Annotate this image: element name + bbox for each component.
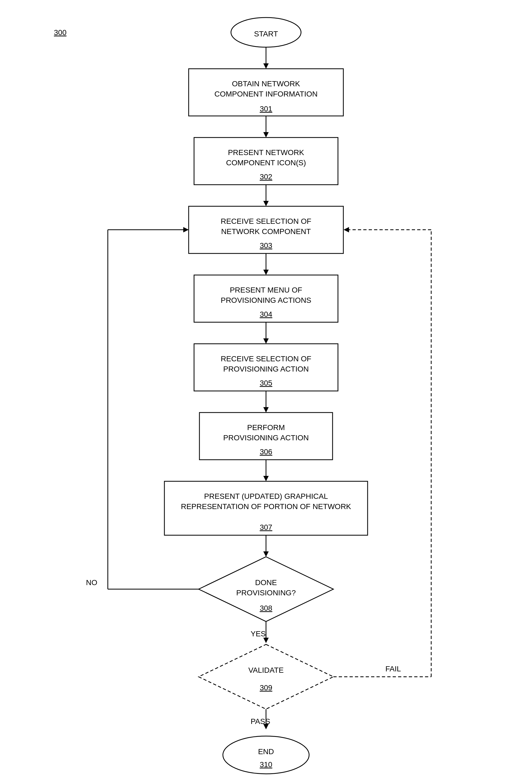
node-304-line1: PRESENT MENU OF: [230, 286, 302, 294]
node-302-line1: PRESENT NETWORK: [228, 148, 304, 157]
arrowhead-305-306: [263, 407, 269, 412]
label-no: NO: [86, 578, 97, 587]
node-303-line1: RECEIVE SELECTION OF: [221, 217, 311, 225]
node-302-line2: COMPONENT ICON(S): [226, 159, 306, 167]
arrowhead-301-302: [263, 132, 269, 137]
arrowhead-start-301: [263, 63, 269, 69]
arrowhead-302-303: [263, 201, 269, 206]
flowchart-diagram: 300 START OBTAIN NETWORK COMPONENT INFOR…: [0, 0, 532, 783]
arrowhead-306-307: [263, 476, 269, 481]
node-301-line2: COMPONENT INFORMATION: [214, 90, 318, 98]
node-302-ref: 302: [260, 173, 272, 181]
arrowhead-309-fail: [344, 227, 349, 232]
diagram-number: 300: [54, 28, 67, 37]
label-fail: FAIL: [386, 665, 401, 673]
node-306-line2: PROVISIONING ACTION: [223, 434, 308, 442]
node-303-line2: NETWORK COMPONENT: [221, 227, 311, 236]
node-307-line2: REPRESENTATION OF PORTION OF NETWORK: [181, 502, 351, 511]
node-308-ref: 308: [260, 604, 272, 612]
node-309-ref: 309: [260, 684, 272, 692]
node-308-line2: PROVISIONING?: [236, 589, 296, 597]
label-yes: YES: [251, 630, 266, 638]
arrowhead-308-yes: [263, 638, 269, 643]
node-306-ref: 306: [260, 447, 272, 456]
label-pass: PASS: [251, 717, 270, 726]
node-303-ref: 303: [260, 241, 272, 250]
node-305-line2: PROVISIONING ACTION: [223, 365, 308, 373]
node-301-line1: OBTAIN NETWORK: [232, 80, 300, 88]
node-308-line1: DONE: [255, 578, 277, 587]
arrowhead-303-304: [263, 270, 269, 275]
end-label: END: [258, 747, 274, 756]
node-301-ref: 301: [260, 105, 272, 113]
node-304-ref: 304: [260, 310, 272, 318]
arrowhead-307-308: [263, 552, 269, 557]
arrowhead-304-305: [263, 338, 269, 344]
node-309-line1: VALIDATE: [248, 666, 284, 674]
node-307-ref: 307: [260, 523, 272, 531]
node-304-line2: PROVISIONING ACTIONS: [221, 296, 311, 305]
node-307-line1: PRESENT (UPDATED) GRAPHICAL: [204, 492, 328, 500]
node-305-ref: 305: [260, 379, 272, 387]
node-305-line1: RECEIVE SELECTION OF: [221, 354, 311, 363]
start-label: START: [254, 30, 278, 38]
end-ref: 310: [260, 760, 272, 769]
node-306-line1: PERFORM: [247, 423, 285, 432]
node-309: [199, 645, 333, 709]
arrowhead-308-no: [183, 227, 189, 232]
